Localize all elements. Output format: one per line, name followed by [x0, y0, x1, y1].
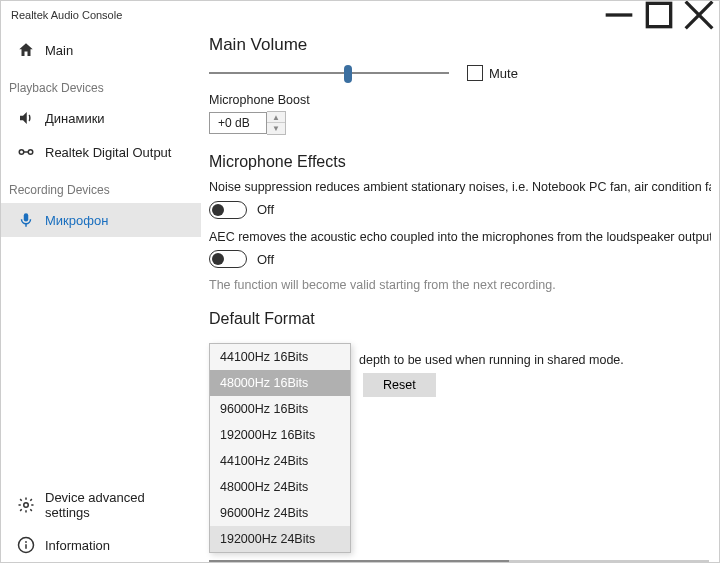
aec-toggle[interactable]	[209, 250, 247, 268]
sidebar-item-speakers[interactable]: Динамики	[1, 101, 201, 135]
sidebar-item-label: Realtek Digital Output	[45, 145, 171, 160]
microphone-icon	[17, 211, 35, 229]
minimize-button[interactable]	[599, 1, 639, 29]
aec-state: Off	[257, 252, 274, 267]
window-title: Realtek Audio Console	[11, 9, 122, 21]
volume-slider-thumb[interactable]	[344, 65, 352, 83]
mute-checkbox[interactable]: Mute	[467, 65, 518, 81]
sidebar-section-playback: Playback Devices	[1, 67, 201, 101]
default-format-description: depth to be used when running in shared …	[359, 353, 624, 367]
spinner-down-icon[interactable]: ▼	[267, 123, 285, 134]
window-controls	[599, 1, 719, 29]
sidebar-section-recording: Recording Devices	[1, 169, 201, 203]
default-format-dropdown[interactable]: 44100Hz 16Bits48000Hz 16Bits96000Hz 16Bi…	[209, 343, 351, 553]
sidebar-item-main[interactable]: Main	[1, 33, 201, 67]
horizontal-scrollbar[interactable]	[209, 560, 709, 562]
microphone-effects-heading: Microphone Effects	[209, 153, 711, 171]
speaker-icon	[17, 109, 35, 127]
sidebar-item-digital-output[interactable]: Realtek Digital Output	[1, 135, 201, 169]
svg-point-9	[24, 503, 29, 508]
digital-output-icon	[17, 143, 35, 161]
microphone-boost-value[interactable]: +0 dB	[209, 112, 267, 134]
aec-description: AEC removes the acoustic echo coupled in…	[209, 229, 711, 247]
format-option[interactable]: 44100Hz 24Bits	[210, 448, 350, 474]
default-format-heading: Default Format	[209, 310, 711, 328]
main-volume-heading: Main Volume	[209, 35, 711, 55]
format-option[interactable]: 44100Hz 16Bits	[210, 344, 350, 370]
format-option[interactable]: 96000Hz 16Bits	[210, 396, 350, 422]
sidebar: Main Playback Devices Динамики Realtek D…	[1, 29, 201, 562]
sidebar-item-label: Main	[45, 43, 73, 58]
effects-hint: The function will become valid starting …	[209, 278, 711, 292]
gear-icon	[17, 496, 35, 514]
close-button[interactable]	[679, 1, 719, 29]
mute-label: Mute	[489, 66, 518, 81]
sidebar-item-label: Device advanced settings	[45, 490, 185, 520]
microphone-boost-spinner[interactable]: ▲ ▼	[267, 111, 286, 135]
svg-point-5	[28, 150, 33, 155]
info-icon	[17, 536, 35, 554]
svg-rect-12	[25, 544, 27, 549]
home-icon	[17, 41, 35, 59]
volume-slider[interactable]	[209, 63, 449, 83]
sidebar-item-microphone[interactable]: Микрофон	[1, 203, 201, 237]
title-bar: Realtek Audio Console	[1, 1, 719, 29]
maximize-button[interactable]	[639, 1, 679, 29]
svg-point-4	[19, 150, 24, 155]
svg-point-11	[25, 541, 27, 543]
reset-button[interactable]: Reset	[363, 373, 436, 397]
format-option[interactable]: 96000Hz 24Bits	[210, 500, 350, 526]
svg-rect-7	[24, 213, 29, 221]
format-option[interactable]: 48000Hz 16Bits	[210, 370, 350, 396]
microphone-boost-label: Microphone Boost	[209, 93, 711, 107]
checkbox-box[interactable]	[467, 65, 483, 81]
sidebar-item-information[interactable]: Information	[1, 528, 201, 562]
format-option[interactable]: 192000Hz 24Bits	[210, 526, 350, 552]
sidebar-item-label: Information	[45, 538, 110, 553]
format-option[interactable]: 48000Hz 24Bits	[210, 474, 350, 500]
sidebar-item-advanced-settings[interactable]: Device advanced settings	[1, 482, 201, 528]
sidebar-item-label: Микрофон	[45, 213, 108, 228]
noise-suppression-description: Noise suppression reduces ambient statio…	[209, 179, 711, 197]
noise-suppression-toggle[interactable]	[209, 201, 247, 219]
sidebar-item-label: Динамики	[45, 111, 105, 126]
scrollbar-thumb[interactable]	[209, 560, 509, 562]
format-option[interactable]: 192000Hz 16Bits	[210, 422, 350, 448]
svg-rect-1	[647, 3, 670, 26]
noise-suppression-state: Off	[257, 202, 274, 217]
spinner-up-icon[interactable]: ▲	[267, 112, 285, 123]
